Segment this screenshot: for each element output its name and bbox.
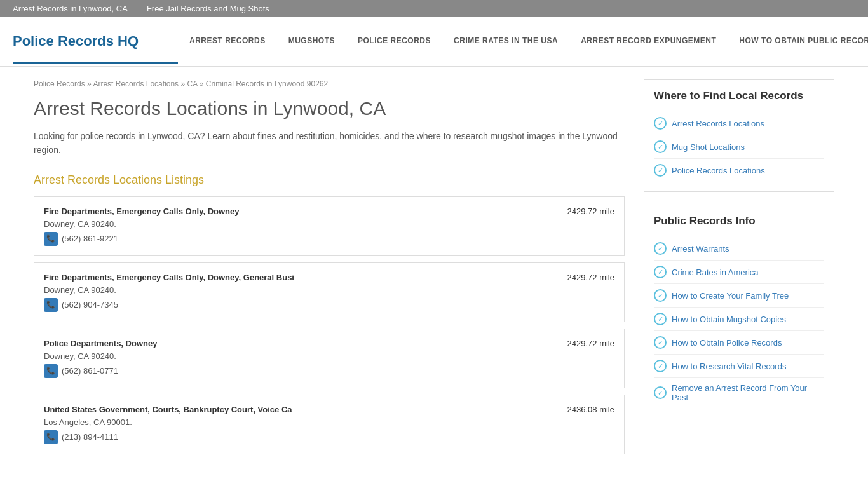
page-title: Arrest Records Locations in Lynwood, CA [34, 98, 625, 119]
local-records-title: Where to Find Local Records [654, 90, 824, 102]
nav-item-arrest-records[interactable]: ARREST RECORDS [178, 17, 277, 66]
breadcrumb-item[interactable]: Arrest Records Locations [93, 79, 179, 88]
main-content: Police Records » Arrest Records Location… [34, 79, 625, 461]
intro-text: Looking for police records in Lynwood, C… [34, 129, 625, 158]
public-records-links: ✓Arrest Warrants✓Crime Rates in America✓… [654, 237, 824, 407]
check-icon: ✓ [654, 313, 667, 325]
public-records-link[interactable]: ✓How to Create Your Family Tree [654, 284, 824, 308]
listing-phone: 📞(213) 894-4111 [44, 430, 614, 444]
listing-header: United States Government, Courts, Bankru… [44, 405, 614, 414]
local-records-link[interactable]: ✓Arrest Records Locations [654, 112, 824, 135]
top-bar: Arrest Records in Lynwood, CA Free Jail … [0, 0, 868, 17]
link-label: How to Research Vital Records [672, 362, 786, 371]
phone-number: (562) 861-0771 [62, 366, 118, 376]
public-records-box: Public Records Info ✓Arrest Warrants✓Cri… [644, 205, 834, 417]
listing-name: Fire Departments, Emergency Calls Only, … [44, 273, 294, 282]
breadcrumb-separator: » [197, 79, 205, 88]
link-label: Crime Rates in America [672, 268, 759, 277]
breadcrumb-item[interactable]: Criminal Records in Lynwood 90262 [206, 79, 328, 88]
local-records-link[interactable]: ✓Mug Shot Locations [654, 135, 824, 159]
listing-name: Fire Departments, Emergency Calls Only, … [44, 207, 240, 216]
link-label: How to Create Your Family Tree [672, 291, 789, 301]
sidebar: Where to Find Local Records ✓Arrest Reco… [644, 79, 834, 461]
check-icon: ✓ [654, 266, 667, 278]
public-records-link[interactable]: ✓How to Obtain Police Records [654, 331, 824, 355]
phone-icon: 📞 [44, 232, 58, 246]
public-records-link[interactable]: ✓Crime Rates in America [654, 261, 824, 284]
check-icon: ✓ [654, 242, 667, 255]
nav-item-how-to-obtain-public-records[interactable]: HOW TO OBTAIN PUBLIC RECORDS [728, 17, 868, 66]
listing-distance: 2429.72 mile [567, 273, 614, 282]
listing-distance: 2436.08 mile [567, 405, 614, 414]
listing-address: Downey, CA 90240. [44, 351, 614, 361]
phone-icon: 📞 [44, 430, 58, 444]
breadcrumb-separator: » [179, 79, 187, 88]
listing-distance: 2429.72 mile [567, 339, 614, 348]
phone-icon: 📞 [44, 364, 58, 378]
public-records-link[interactable]: ✓How to Research Vital Records [654, 355, 824, 378]
link-label: Police Records Locations [672, 166, 765, 175]
check-icon: ✓ [654, 336, 667, 349]
link-label: How to Obtain Police Records [672, 338, 782, 348]
check-icon: ✓ [654, 117, 667, 130]
public-records-link[interactable]: ✓Remove an Arrest Record From Your Past [654, 378, 824, 407]
listing-distance: 2429.72 mile [567, 207, 614, 216]
public-records-link[interactable]: ✓Arrest Warrants [654, 237, 824, 261]
check-icon: ✓ [654, 360, 667, 372]
listing-address: Downey, CA 90240. [44, 285, 614, 295]
breadcrumb: Police Records » Arrest Records Location… [34, 79, 625, 88]
listing-phone: 📞(562) 904-7345 [44, 298, 614, 312]
listing-card: Police Departments, Downey2429.72 mileDo… [34, 329, 625, 388]
listing-card: Fire Departments, Emergency Calls Only, … [34, 262, 625, 322]
listing-address: Downey, CA 90240. [44, 219, 614, 229]
check-icon: ✓ [654, 140, 667, 153]
link-label: Mug Shot Locations [672, 142, 745, 152]
listing-header: Fire Departments, Emergency Calls Only, … [44, 273, 614, 282]
topbar-link1[interactable]: Arrest Records in Lynwood, CA [13, 4, 128, 13]
listing-header: Fire Departments, Emergency Calls Only, … [44, 207, 614, 216]
phone-number: (562) 904-7345 [62, 300, 118, 309]
logo[interactable]: Police Records HQ [13, 20, 178, 64]
listing-address: Los Angeles, CA 90001. [44, 417, 614, 427]
breadcrumb-item[interactable]: Police Records [34, 79, 85, 88]
listings-container: Fire Departments, Emergency Calls Only, … [34, 196, 625, 454]
phone-icon: 📞 [44, 298, 58, 312]
listing-phone: 📞(562) 861-9221 [44, 232, 614, 246]
listing-phone: 📞(562) 861-0771 [44, 364, 614, 378]
listings-heading: Arrest Records Locations Listings [34, 173, 625, 187]
local-records-link[interactable]: ✓Police Records Locations [654, 159, 824, 182]
main-nav: ARREST RECORDSMUGSHOTSPOLICE RECORDSCRIM… [178, 17, 868, 66]
logo-text: Police Records HQ [13, 33, 139, 49]
link-label: How to Obtain Mugshot Copies [672, 315, 786, 324]
local-records-box: Where to Find Local Records ✓Arrest Reco… [644, 79, 834, 192]
local-records-links: ✓Arrest Records Locations✓Mug Shot Locat… [654, 112, 824, 182]
check-icon: ✓ [654, 164, 667, 177]
link-label: Remove an Arrest Record From Your Past [672, 383, 824, 402]
nav-item-mugshots[interactable]: MUGSHOTS [277, 17, 346, 66]
link-label: Arrest Records Locations [672, 119, 764, 128]
phone-number: (562) 861-9221 [62, 234, 118, 243]
nav-item-arrest-record-expungement[interactable]: ARREST RECORD EXPUNGEMENT [569, 17, 728, 66]
listing-header: Police Departments, Downey2429.72 mile [44, 339, 614, 348]
breadcrumb-item[interactable]: CA [187, 79, 197, 88]
page-container: Police Records » Arrest Records Location… [21, 67, 847, 473]
nav-item-crime-rates-in-the-usa[interactable]: CRIME RATES IN THE USA [442, 17, 569, 66]
link-label: Arrest Warrants [672, 244, 729, 254]
header: Police Records HQ ARREST RECORDSMUGSHOTS… [0, 17, 868, 67]
phone-number: (213) 894-4111 [62, 432, 118, 442]
listing-name: United States Government, Courts, Bankru… [44, 405, 292, 414]
breadcrumb-separator: » [85, 79, 93, 88]
topbar-link2[interactable]: Free Jail Records and Mug Shots [147, 4, 269, 13]
nav-item-police-records[interactable]: POLICE RECORDS [346, 17, 442, 66]
listing-name: Police Departments, Downey [44, 339, 157, 348]
public-records-title: Public Records Info [654, 215, 824, 227]
listing-card: Fire Departments, Emergency Calls Only, … [34, 196, 625, 256]
check-icon: ✓ [654, 386, 667, 399]
public-records-link[interactable]: ✓How to Obtain Mugshot Copies [654, 308, 824, 331]
check-icon: ✓ [654, 289, 667, 302]
listing-card: United States Government, Courts, Bankru… [34, 395, 625, 454]
